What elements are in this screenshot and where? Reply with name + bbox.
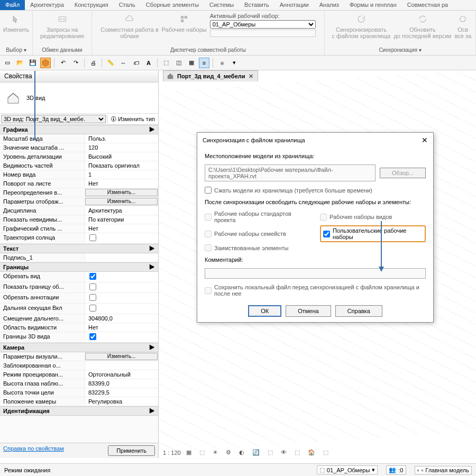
status-requests[interactable]: 👥:0 — [386, 465, 406, 474]
view-scale[interactable]: 1 : 120 — [163, 450, 181, 456]
prop-group[interactable]: Текст⯈ — [0, 244, 158, 253]
prop-value[interactable]: 83229,5 — [85, 388, 158, 397]
new-icon[interactable]: ▭ — [2, 58, 13, 68]
prop-checkbox[interactable] — [85, 233, 158, 243]
group-select-label: Выбор ▾ — [6, 47, 26, 53]
menu-архитектура[interactable]: Архитектура — [25, 0, 69, 10]
properties-help-link[interactable]: Справка по свойствам — [3, 445, 64, 456]
reload-latest[interactable]: Обновить до последней версии — [393, 13, 451, 39]
worksets-btn[interactable]: Рабочие наборы — [162, 13, 207, 39]
help-button[interactable]: Справка — [335, 305, 382, 317]
tag-icon[interactable]: 🏷 — [131, 58, 141, 68]
open-icon[interactable]: 📂 — [15, 58, 25, 68]
cb-user-worksets[interactable]: Пользовательские рабочие наборы — [320, 225, 426, 242]
prop-value[interactable]: 83399,0 — [85, 379, 158, 388]
sync-label: Синхронизировать с файлом хранилища — [332, 26, 391, 39]
print-icon[interactable]: 🖨 — [88, 58, 98, 68]
prop-value[interactable]: Польз. — [85, 134, 158, 143]
plan-icon[interactable]: ▦ — [186, 58, 197, 68]
undo-icon[interactable]: ↶ — [58, 58, 68, 68]
cloud-collab[interactable]: Совместная работа в облаке — [100, 13, 159, 39]
cb-family-worksets[interactable]: Рабочие наборы семейств — [205, 225, 310, 242]
prop-value[interactable]: Нет — [85, 179, 158, 188]
view-icons[interactable]: ▦ ⬚ ☀ ⚙ ◐ 🔄 ⬚ 👁 ⬚ 🏠 ⬚ — [186, 449, 332, 456]
prop-value[interactable]: Нет — [85, 224, 158, 233]
prop-value[interactable] — [85, 253, 158, 262]
cb-save-local[interactable]: Сохранить локальный файл перед синхрониз… — [205, 284, 426, 297]
prop-checkbox[interactable] — [85, 304, 158, 314]
prop-value[interactable]: Архитектура — [85, 206, 158, 215]
browse-button[interactable]: Обзор... — [380, 168, 426, 178]
group-exchange-label: Обмен данными — [42, 47, 82, 53]
document-tab[interactable]: Порт_3д вид_4_мебели ✕ — [163, 70, 258, 81]
status-workset[interactable]: ⬚01_АР_Обмеры▾ — [317, 465, 378, 474]
sync-with-central[interactable]: Синхронизировать с файлом хранилища — [332, 13, 391, 39]
apply-button[interactable]: Применить — [108, 445, 155, 456]
close-icon[interactable]: ✕ — [249, 73, 253, 80]
view-instance-select[interactable]: 3D вид: Порт_3д вид_4_мебе. — [1, 115, 106, 123]
redo-icon[interactable]: ↷ — [70, 58, 81, 68]
thin-lines-icon[interactable]: ≡ — [199, 58, 209, 68]
dimension-icon[interactable]: ↔ — [118, 58, 129, 68]
prop-value[interactable]: Нет — [85, 323, 158, 332]
section-icon[interactable]: ◫ — [173, 58, 184, 68]
menu-конструкция[interactable]: Конструкция — [69, 0, 114, 10]
active-workset-select[interactable]: 01_АР_Обмеры — [210, 20, 316, 29]
status-model[interactable]: ▫▫Главная модель — [415, 466, 472, 474]
prop-checkbox[interactable] — [85, 272, 158, 282]
prop-group[interactable]: Границы⯈ — [0, 262, 158, 272]
menu-сталь[interactable]: Сталь — [114, 0, 141, 10]
prop-group[interactable]: Графика⯈ — [0, 125, 158, 134]
prop-value[interactable]: 304800,0 — [85, 314, 158, 323]
comment-input[interactable] — [205, 268, 426, 279]
menu-вставить[interactable]: Вставить — [239, 0, 274, 10]
measure-icon[interactable]: 📏 — [105, 58, 116, 68]
svg-rect-5 — [181, 20, 184, 22]
modify-tool[interactable]: Изменить — [3, 13, 30, 33]
cb-view-worksets[interactable]: Рабочие наборы видов — [320, 210, 426, 223]
prop-value[interactable] — [85, 361, 158, 370]
prop-value[interactable]: Ортогональный — [85, 370, 158, 379]
menu-системы[interactable]: Системы — [204, 0, 239, 10]
prop-value[interactable]: Высокий — [85, 152, 158, 161]
prop-edit-button[interactable]: Изменить... — [85, 198, 158, 205]
menu-сборные элементы[interactable]: Сборные элементы — [141, 0, 204, 10]
text-icon[interactable]: A — [143, 58, 154, 68]
compact-checkbox[interactable]: Сжать модели из хранилища (требуется бол… — [205, 187, 426, 194]
switch-windows-icon[interactable]: ▾ — [229, 58, 240, 68]
sync-icon[interactable] — [40, 58, 51, 68]
prop-checkbox[interactable] — [85, 332, 158, 342]
edit-type-button[interactable]: 🛈 Изменить тип — [107, 115, 158, 123]
3d-icon[interactable]: ⬚ — [161, 58, 171, 68]
cb-borrowed[interactable]: Заимствованные элементы — [205, 244, 310, 251]
prop-row: Значение масштаба ...120 — [0, 143, 158, 152]
status-mode: Режим ожидания — [4, 467, 50, 473]
ok-button[interactable]: ОК — [248, 305, 281, 317]
save-icon[interactable]: 💾 — [28, 58, 38, 68]
cb-project-standards[interactable]: Рабочие наборы стандартов проекта — [205, 210, 310, 223]
menu-файл[interactable]: Файл — [0, 0, 25, 10]
prop-value[interactable]: Регулировка — [85, 397, 158, 406]
prop-value[interactable]: 120 — [85, 143, 158, 152]
menu-совместная ра[interactable]: Совместная ра — [402, 0, 453, 10]
relinquish[interactable]: Осв все за — [454, 13, 471, 39]
prop-edit-button[interactable]: Изменить... — [85, 189, 158, 196]
prop-value[interactable]: По категории — [85, 215, 158, 224]
prop-value[interactable]: Показать оригинал — [85, 161, 158, 170]
prop-row: Номер вида1 — [0, 170, 158, 179]
prop-group[interactable]: Идентификация⯈ — [0, 406, 158, 416]
prop-checkbox[interactable] — [85, 293, 158, 303]
close-hidden-icon[interactable]: ⨳ — [216, 58, 227, 68]
menu-аннотации[interactable]: Аннотации — [274, 0, 314, 10]
type-selector[interactable]: 3D вид — [0, 83, 158, 114]
prop-group[interactable]: Камера⯈ — [0, 343, 158, 352]
menu-анализ[interactable]: Анализ — [314, 0, 344, 10]
editing-requests[interactable]: Запросы на редактирование — [40, 13, 84, 39]
prop-checkbox[interactable] — [85, 282, 158, 292]
prop-value[interactable]: 1 — [85, 170, 158, 179]
close-icon[interactable]: ✕ — [422, 136, 428, 144]
cancel-button[interactable]: Отмена — [286, 305, 331, 317]
menu-формы и генплан[interactable]: Формы и генплан — [344, 0, 402, 10]
svg-rect-0 — [59, 17, 66, 22]
prop-edit-button[interactable]: Изменить... — [85, 353, 158, 360]
